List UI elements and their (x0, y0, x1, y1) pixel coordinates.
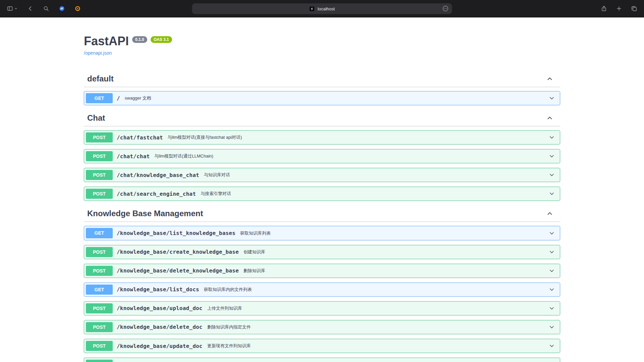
operation-row[interactable]: GET /knowledge_base/list_knowledge_bases… (84, 226, 560, 240)
chevron-down-icon[interactable] (548, 343, 555, 349)
section-header-default[interactable]: default (84, 71, 560, 87)
operation-row[interactable]: GET / swagger 文档 (84, 91, 560, 105)
operation-description: 更新现有文件到知识库 (207, 343, 251, 349)
chevron-down-icon[interactable] (548, 190, 555, 197)
operation-description: 与llm模型对话(通过LLMChain) (154, 153, 213, 159)
site-favicon (309, 6, 315, 12)
operation-path: /knowledge_base/create_knowledge_base (117, 249, 239, 255)
back-button[interactable] (27, 5, 34, 12)
section-header-chat[interactable]: Chat (84, 110, 560, 126)
section-title: Knowledge Base Management (87, 209, 203, 218)
section-header-knowledge-base[interactable]: Knowledge Base Management (84, 205, 560, 222)
operation-row[interactable]: POST /chat/knowledge_base_chat 与知识库对话 (84, 168, 560, 182)
operation-path: /chat/chat (117, 153, 150, 160)
search-button[interactable] (43, 5, 49, 12)
tab-overview-button[interactable] (631, 5, 637, 12)
browser-toolbar: localhost (0, 0, 644, 17)
operation-path: /chat/knowledge_base_chat (117, 172, 199, 178)
chevron-up-icon[interactable] (546, 210, 553, 217)
chevron-down-icon[interactable] (548, 172, 555, 178)
operation-path: /knowledge_base/upload_doc (117, 305, 203, 311)
url-text: localhost (318, 6, 335, 11)
operation-row[interactable]: POST /knowledge_base/delete_doc 删除知识库内指定… (84, 320, 560, 334)
operation-row[interactable]: POST /knowledge_base/create_knowledge_ba… (84, 245, 560, 259)
method-badge: POST (86, 266, 113, 276)
operation-path: /knowledge_base/list_knowledge_bases (117, 230, 235, 236)
new-tab-button[interactable] (616, 5, 622, 12)
chevron-down-icon[interactable] (548, 267, 555, 274)
operation-path: /chat/search_engine_chat (117, 191, 196, 197)
operation-description: 创建知识库 (244, 249, 265, 255)
operation-description: swagger 文档 (125, 95, 151, 101)
swagger-ui: FastAPI 0.1.0 OAS 3.1 /openapi.json defa… (0, 34, 644, 362)
address-bar[interactable]: localhost (192, 3, 452, 14)
chevron-down-icon[interactable] (548, 324, 555, 330)
chevron-down-icon (14, 7, 18, 10)
operation-description: 上传文件到知识库 (207, 305, 242, 311)
chevron-down-icon[interactable] (548, 249, 555, 255)
method-badge: GET (86, 228, 113, 238)
pinned-site-blue-button[interactable] (59, 5, 65, 12)
sidebar-toggle-button[interactable] (7, 5, 18, 12)
method-badge: POST (86, 151, 113, 161)
operation-row[interactable]: POST /knowledge_base/update_doc 更新现有文件到知… (84, 339, 560, 353)
method-badge: POST (86, 247, 113, 257)
version-badge: 0.1.0 (132, 36, 147, 43)
tag-section-chat: Chat POST /chat/fastchat 与llm模型对话(直接与fas… (84, 110, 560, 201)
api-title-text: FastAPI (84, 34, 129, 48)
tag-section-knowledge-base: Knowledge Base Management GET /knowledge… (84, 205, 560, 362)
method-badge: POST (86, 360, 113, 362)
section-title: default (87, 74, 114, 83)
method-badge: POST (86, 303, 113, 313)
pinned-site-orange-button[interactable] (74, 5, 81, 12)
operation-row[interactable]: POST /knowledge_base/delete_knowledge_ba… (84, 264, 560, 278)
chevron-down-icon[interactable] (548, 134, 555, 141)
operation-description: 删除知识库内指定文件 (207, 324, 251, 330)
back-icon (27, 5, 34, 12)
chevron-up-icon[interactable] (546, 114, 553, 122)
operation-description: 获取知识库列表 (240, 230, 271, 236)
operation-description: 与知识库对话 (204, 172, 230, 178)
method-badge: GET (86, 285, 113, 295)
method-badge: GET (86, 93, 113, 103)
operation-path: / (117, 95, 120, 102)
method-badge: POST (86, 132, 113, 142)
operation-description: 删除知识库 (244, 268, 265, 274)
operation-row[interactable]: GET /knowledge_base/list_docs 获取知识库内的文件列… (84, 283, 560, 297)
share-button[interactable] (601, 5, 607, 12)
operation-path: /knowledge_base/delete_doc (117, 324, 203, 330)
chevron-down-icon[interactable] (548, 230, 555, 237)
pinned-site-orange-icon (74, 5, 81, 12)
tag-sections: default GET / swagger 文档 Chat (84, 71, 560, 362)
search-icon (43, 5, 49, 12)
operation-row[interactable]: POST /knowledge_base/recreate_vector_sto… (84, 358, 560, 362)
page-menu-button[interactable] (442, 5, 449, 12)
api-title: FastAPI 0.1.0 OAS 3.1 (84, 34, 560, 48)
method-badge: POST (86, 341, 113, 351)
operation-path: /knowledge_base/update_doc (117, 343, 203, 349)
tab-overview-icon (631, 5, 637, 12)
chevron-down-icon[interactable] (548, 305, 555, 312)
section-title: Chat (87, 113, 105, 123)
openapi-json-link[interactable]: /openapi.json (84, 50, 112, 56)
method-badge: POST (86, 189, 113, 199)
tag-section-default: default GET / swagger 文档 (84, 71, 560, 105)
ellipsis-circle-icon (442, 5, 449, 12)
share-icon (601, 5, 607, 12)
operation-row[interactable]: POST /chat/fastchat 与llm模型对话(直接与fastchat… (84, 130, 560, 144)
plus-icon (616, 5, 622, 12)
operation-description: 获取知识库内的文件列表 (204, 287, 252, 293)
operation-row[interactable]: POST /chat/chat 与llm模型对话(通过LLMChain) (84, 149, 560, 163)
api-info: FastAPI 0.1.0 OAS 3.1 /openapi.json (84, 34, 560, 56)
chevron-down-icon[interactable] (548, 286, 555, 293)
operation-description: 与搜索引擎对话 (201, 191, 231, 197)
oas-badge: OAS 3.1 (151, 36, 172, 43)
operation-row[interactable]: POST /knowledge_base/upload_doc 上传文件到知识库 (84, 301, 560, 315)
operation-path: /chat/fastchat (117, 134, 163, 141)
chevron-down-icon[interactable] (548, 95, 555, 102)
chevron-down-icon[interactable] (548, 153, 555, 160)
sidebar-icon (7, 5, 13, 12)
operation-row[interactable]: POST /chat/search_engine_chat 与搜索引擎对话 (84, 187, 560, 201)
chevron-up-icon[interactable] (546, 75, 553, 82)
method-badge: POST (86, 170, 113, 180)
